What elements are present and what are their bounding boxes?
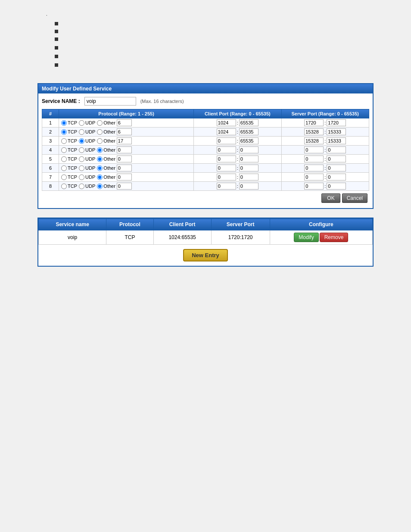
client-port-start[interactable] <box>217 183 236 190</box>
server-port-start[interactable] <box>304 119 324 126</box>
radio-other[interactable] <box>97 120 103 126</box>
client-port-end[interactable] <box>239 146 258 153</box>
radio-udp[interactable] <box>79 138 84 144</box>
radio-other[interactable] <box>97 147 103 153</box>
radio-tcp[interactable] <box>61 165 67 171</box>
new-entry-button[interactable]: New Entry <box>183 249 228 261</box>
server-port-start[interactable] <box>304 183 324 190</box>
table-row: 7TCPUDPOther:: <box>42 173 369 182</box>
client-port-end[interactable] <box>239 156 258 162</box>
client-port-end[interactable] <box>239 165 258 171</box>
other-value-input[interactable] <box>117 174 132 180</box>
modify-panel-body: Service NAME : (Max. 16 characters) # Pr… <box>38 93 373 208</box>
server-port-start[interactable] <box>304 174 324 180</box>
other-value-input[interactable] <box>117 165 132 171</box>
cancel-button[interactable]: Cancel <box>342 193 367 203</box>
svc-col-name: Service name <box>39 219 106 230</box>
radio-udp[interactable] <box>79 129 84 135</box>
label-tcp: TCP <box>68 147 77 152</box>
client-port-start[interactable] <box>217 146 236 153</box>
radio-other[interactable] <box>97 129 103 135</box>
port-separator: : <box>237 174 238 180</box>
server-port-group: : <box>283 119 367 126</box>
client-port-end[interactable] <box>239 183 258 190</box>
radio-other[interactable] <box>97 165 103 171</box>
label-udp: UDP <box>85 138 95 143</box>
client-port-start[interactable] <box>217 165 236 171</box>
port-separator: : <box>237 165 238 171</box>
row-server-port: : <box>281 164 369 173</box>
row-client-port: : <box>194 118 281 128</box>
radio-tcp[interactable] <box>61 156 67 162</box>
other-value-input[interactable] <box>117 128 132 135</box>
radio-other[interactable] <box>97 156 103 162</box>
row-server-port: : <box>281 128 369 137</box>
row-num: 1 <box>42 118 59 128</box>
server-port-end[interactable] <box>327 156 346 162</box>
client-port-group: : <box>196 156 279 162</box>
client-port-start[interactable] <box>217 128 236 135</box>
server-port-group: : <box>283 137 367 144</box>
server-port-end[interactable] <box>327 119 346 126</box>
client-port-end[interactable] <box>239 119 258 126</box>
row-protocol: TCPUDPOther <box>59 173 194 182</box>
bullet-square-icon <box>55 46 58 50</box>
radio-tcp[interactable] <box>61 129 67 135</box>
radio-udp[interactable] <box>79 174 84 180</box>
radio-tcp[interactable] <box>61 138 67 144</box>
radio-tcp[interactable] <box>61 174 67 180</box>
col-header-server: Server Port (Range: 0 - 65535) <box>281 109 369 118</box>
row-server-port: : <box>281 118 369 128</box>
radio-group: TCPUDPOther <box>61 183 192 190</box>
client-port-start[interactable] <box>217 119 236 126</box>
service-name-input[interactable] <box>84 97 136 106</box>
row-server-port: : <box>281 155 369 164</box>
page-container: · Modify User Defined Service <box>37 9 374 267</box>
row-protocol: TCPUDPOther <box>59 182 194 191</box>
modify-panel: Modify User Defined Service Service NAME… <box>37 83 374 209</box>
radio-udp[interactable] <box>79 156 84 162</box>
client-port-end[interactable] <box>239 174 258 180</box>
client-port-start[interactable] <box>217 137 236 144</box>
radio-udp[interactable] <box>79 184 84 189</box>
row-num: 4 <box>42 146 59 155</box>
server-port-start[interactable] <box>304 146 324 153</box>
radio-other[interactable] <box>97 174 103 180</box>
other-value-input[interactable] <box>117 146 132 153</box>
radio-udp[interactable] <box>79 147 84 153</box>
client-port-start[interactable] <box>217 156 236 162</box>
client-port-end[interactable] <box>239 128 258 135</box>
server-port-end[interactable] <box>327 128 346 135</box>
client-port-end[interactable] <box>239 137 258 144</box>
server-port-end[interactable] <box>327 183 346 190</box>
client-port-start[interactable] <box>217 174 236 180</box>
server-port-start[interactable] <box>304 156 324 162</box>
other-value-input[interactable] <box>117 156 132 162</box>
radio-udp[interactable] <box>79 165 84 171</box>
server-port-end[interactable] <box>327 174 346 180</box>
server-port-group: : <box>283 183 367 190</box>
radio-tcp[interactable] <box>61 147 67 153</box>
remove-button[interactable]: Remove <box>320 233 349 242</box>
row-server-port: : <box>281 182 369 191</box>
label-other: Other <box>103 138 115 143</box>
server-port-start[interactable] <box>304 128 324 135</box>
other-value-input[interactable] <box>117 183 132 190</box>
row-server-port: : <box>281 146 369 155</box>
server-port-end[interactable] <box>327 146 346 153</box>
other-value-input[interactable] <box>117 137 132 144</box>
radio-other[interactable] <box>97 184 103 189</box>
radio-other[interactable] <box>97 138 103 144</box>
server-port-start[interactable] <box>304 137 324 144</box>
port-separator: : <box>324 138 326 143</box>
modify-button[interactable]: Modify <box>294 233 318 242</box>
radio-tcp[interactable] <box>61 184 67 189</box>
server-port-start[interactable] <box>304 165 324 171</box>
label-tcp: TCP <box>68 129 77 134</box>
radio-tcp[interactable] <box>61 120 67 126</box>
radio-udp[interactable] <box>79 120 84 126</box>
server-port-end[interactable] <box>327 165 346 171</box>
server-port-end[interactable] <box>327 137 346 144</box>
ok-button[interactable]: OK <box>321 193 340 203</box>
other-value-input[interactable] <box>117 119 132 126</box>
